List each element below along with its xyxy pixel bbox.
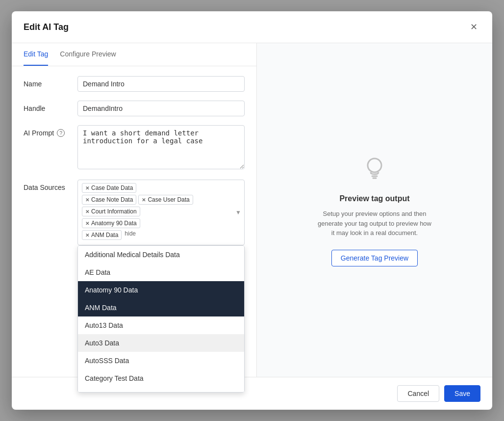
dropdown-item-anm[interactable]: ANM Data	[78, 299, 244, 316]
tag-case-date: ✕ Case Date Data	[82, 183, 136, 193]
dropdown-item-autosss[interactable]: AutoSSS Data	[78, 352, 244, 369]
tags-row-3: ✕ Court Information	[82, 207, 240, 216]
help-icon[interactable]: ?	[57, 129, 65, 137]
tag-anm: ✕ ANM Data	[82, 230, 122, 240]
tags-row-1: ✕ Case Date Data	[82, 183, 240, 193]
data-sources-label: Data Sources	[24, 180, 77, 191]
dropdown-list: Additional Medical Details Data AE Data …	[77, 245, 245, 393]
tag-anatomy: ✕ Anatomy 90 Data	[82, 218, 140, 228]
tab-edit-tag[interactable]: Edit Tag	[24, 43, 48, 66]
dropdown-item-ae[interactable]: AE Data	[78, 263, 244, 281]
dropdown-item-auto3[interactable]: Auto3 Data	[78, 334, 244, 352]
tag-remove-case-date[interactable]: ✕	[85, 185, 89, 191]
name-input[interactable]	[77, 76, 245, 92]
tag-remove-anm[interactable]: ✕	[85, 233, 89, 238]
tab-bar: Edit Tag Configure Preview	[12, 43, 256, 66]
handle-label: Handle	[24, 101, 77, 112]
tags-row-5: ✕ ANM Data hide	[82, 230, 240, 240]
name-field	[77, 76, 245, 92]
handle-input[interactable]	[77, 101, 245, 116]
tags-row-2: ✕ Case Note Data ✕ Case User Data	[82, 195, 240, 205]
data-sources-row: Data Sources ✕ Case Date Data	[24, 180, 245, 245]
tag-remove-anatomy[interactable]: ✕	[85, 221, 89, 226]
modal-body: Edit Tag Configure Preview Name Handle	[12, 43, 492, 377]
tags-container[interactable]: ✕ Case Date Data ✕ Case Note Data	[77, 180, 245, 245]
hide-link[interactable]: hide	[125, 230, 136, 240]
handle-field	[77, 101, 245, 116]
tags-row-4: ✕ Anatomy 90 Data	[82, 218, 240, 228]
dropdown-item-auto13[interactable]: Auto13 Data	[78, 316, 244, 334]
tag-remove-court-info[interactable]: ✕	[85, 209, 89, 214]
modal-overlay: Edit AI Tag ✕ Edit Tag Configure Preview…	[0, 0, 504, 421]
form-content: Name Handle	[12, 66, 256, 281]
ai-prompt-field: I want a short demand letter introductio…	[77, 125, 245, 171]
preview-description: Setup your preview options and then gene…	[316, 209, 433, 238]
lightbulb-icon	[360, 154, 389, 183]
preview-title: Preview tag output	[339, 194, 409, 203]
cancel-button[interactable]: Cancel	[397, 385, 439, 402]
close-button[interactable]: ✕	[467, 20, 480, 34]
tab-configure-preview[interactable]: Configure Preview	[60, 43, 116, 66]
dropdown-item-anatomy[interactable]: Anatomy 90 Data	[78, 281, 244, 299]
tag-court-info: ✕ Court Information	[82, 207, 140, 216]
tag-case-note: ✕ Case Note Data	[82, 195, 136, 205]
svg-point-0	[368, 158, 381, 172]
edit-ai-tag-modal: Edit AI Tag ✕ Edit Tag Configure Preview…	[12, 11, 492, 410]
modal-title: Edit AI Tag	[24, 22, 69, 32]
tag-case-user: ✕ Case User Data	[138, 195, 193, 205]
dropdown-item-additional-medical[interactable]: Additional Medical Details Data	[78, 246, 244, 263]
left-panel: Edit Tag Configure Preview Name Handle	[12, 43, 257, 377]
dropdown-item-category-test[interactable]: Category Test Data	[78, 369, 244, 387]
right-panel: Preview tag output Setup your preview op…	[257, 43, 492, 377]
generate-tag-preview-button[interactable]: Generate Tag Preview	[331, 250, 418, 266]
modal-header: Edit AI Tag ✕	[12, 11, 492, 43]
handle-row: Handle	[24, 101, 245, 116]
ai-prompt-textarea[interactable]: I want a short demand letter introductio…	[77, 125, 245, 169]
save-button[interactable]: Save	[444, 385, 480, 402]
name-row: Name	[24, 76, 245, 92]
ai-prompt-label: AI Prompt ?	[24, 125, 77, 137]
ai-prompt-row: AI Prompt ? I want a short demand letter…	[24, 125, 245, 171]
dropdown-item-conta[interactable]: Conta Data	[78, 387, 244, 393]
tag-remove-case-user[interactable]: ✕	[142, 197, 146, 203]
data-sources-field: ✕ Case Date Data ✕ Case Note Data	[77, 180, 245, 245]
preview-icon	[360, 154, 389, 184]
name-label: Name	[24, 76, 77, 88]
scroll-indicator: ▼	[235, 209, 241, 216]
tag-remove-case-note[interactable]: ✕	[85, 197, 89, 203]
